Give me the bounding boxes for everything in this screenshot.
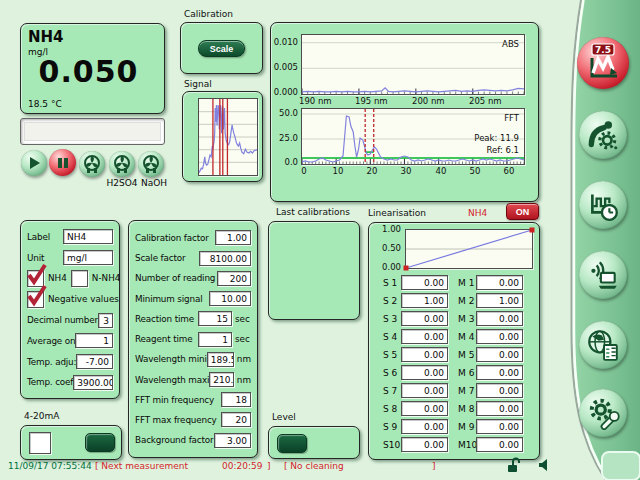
pump-h2so4-button[interactable] bbox=[109, 151, 135, 177]
s-label: S 1 bbox=[383, 278, 401, 288]
negative-values-row: Negative values bbox=[27, 291, 113, 307]
decimal-number-label: Decimal number bbox=[27, 315, 98, 325]
background-factor-field[interactable]: 3.00 bbox=[214, 433, 252, 448]
m-field[interactable]: 0.00 bbox=[476, 347, 523, 362]
operator-gear-icon bbox=[586, 118, 620, 152]
m-field[interactable]: 0.00 bbox=[476, 311, 523, 326]
average-on-field[interactable]: 1 bbox=[75, 333, 113, 348]
fft-max-frequency-field[interactable]: 20 bbox=[221, 412, 251, 427]
measurement-home-button[interactable]: 7.5 bbox=[577, 37, 629, 89]
s-label: S 6 bbox=[383, 368, 401, 378]
m-label: M 7 bbox=[458, 386, 476, 396]
m-label: M 2 bbox=[458, 296, 476, 306]
temp-adjust-label: Temp. adju: bbox=[27, 357, 76, 367]
scale-button[interactable]: Scale bbox=[198, 40, 245, 57]
analog-output-checkbox[interactable] bbox=[29, 432, 51, 454]
reagent-time-field[interactable]: 1 bbox=[198, 332, 232, 347]
svg-text:7.5: 7.5 bbox=[595, 45, 611, 55]
communication-button[interactable] bbox=[579, 251, 627, 299]
linearisation-row: S 60.00M 60.00 bbox=[383, 365, 539, 380]
fft-min-frequency-field[interactable]: 18 bbox=[221, 392, 251, 407]
m-field[interactable]: 0.00 bbox=[476, 329, 523, 344]
m-field[interactable]: 0.00 bbox=[476, 275, 523, 290]
fft-xtick: 60 bbox=[497, 166, 521, 176]
analog-output-indicator-button[interactable] bbox=[85, 433, 115, 452]
m-field[interactable]: 1.00 bbox=[476, 293, 523, 308]
reaction-time-unit: sec bbox=[235, 314, 251, 324]
signal-chart bbox=[198, 98, 258, 176]
calibration-factor-field[interactable]: 1.00 bbox=[215, 230, 251, 245]
s-field[interactable]: 1.00 bbox=[401, 293, 448, 308]
linearisation-row: S 80.00M 80.00 bbox=[383, 401, 539, 416]
number-of-reading-field[interactable]: 200 bbox=[217, 271, 251, 286]
decimal-number-field[interactable]: 3 bbox=[98, 313, 113, 328]
s-field[interactable]: 0.00 bbox=[401, 311, 448, 326]
calibration-section-label: Calibration bbox=[184, 9, 233, 19]
pump-sample-button[interactable] bbox=[79, 151, 105, 177]
s-field[interactable]: 0.00 bbox=[401, 401, 448, 416]
last-calibrations-panel bbox=[268, 221, 360, 320]
unlocked-icon[interactable] bbox=[505, 456, 521, 473]
label-row: Label NH4 bbox=[27, 229, 113, 245]
settings-button[interactable] bbox=[579, 389, 627, 437]
reagent-time-row: Reagent time1sec bbox=[135, 331, 251, 347]
s-field[interactable]: 0.00 bbox=[401, 365, 448, 380]
linearisation-table: S 10.00M 10.00 S 21.00M 21.00 S 30.00M 3… bbox=[369, 275, 539, 455]
s-field[interactable]: 0.00 bbox=[401, 347, 448, 362]
m-field[interactable]: 0.00 bbox=[476, 365, 523, 380]
s-field[interactable]: 0.00 bbox=[401, 329, 448, 344]
linearisation-panel: 1.00 0.50 0.00 S 10.00M 10.00 S 21.00M 2… bbox=[368, 222, 540, 460]
speaker-icon[interactable] bbox=[537, 458, 551, 472]
m-field[interactable]: 0.00 bbox=[476, 383, 523, 398]
m-field[interactable]: 0.00 bbox=[476, 401, 523, 416]
linearisation-row: S 40.00M 40.00 bbox=[383, 329, 539, 344]
m-field[interactable]: 0.00 bbox=[476, 419, 523, 434]
temp-adjust-field[interactable]: -7.00 bbox=[76, 354, 113, 369]
wavelength-mini-row: Wavelength mini189.50nm bbox=[135, 351, 251, 367]
negative-values-label: Negative values bbox=[48, 294, 119, 304]
next-measurement-label: [ Next measurement bbox=[95, 461, 188, 471]
gear-wrench-icon bbox=[585, 395, 621, 431]
last-calibrations-label: Last calibrations bbox=[276, 207, 350, 217]
wavelength-mini-field[interactable]: 189.50 bbox=[207, 352, 234, 367]
unit-field[interactable]: mg/l bbox=[63, 250, 113, 265]
remote-data-button[interactable] bbox=[579, 321, 627, 369]
m-label: M 1 bbox=[458, 278, 476, 288]
linearisation-row: S 21.00M 21.00 bbox=[383, 293, 539, 308]
red-check-icon bbox=[26, 263, 48, 285]
scheduler-button[interactable] bbox=[579, 181, 627, 229]
parameter-form-panel: Label NH4 Unit mg/l NH4 N-NH4 Negative v… bbox=[20, 220, 120, 399]
wavelength-maxi-field[interactable]: 210.00 bbox=[209, 372, 234, 387]
linearisation-on-button[interactable]: ON bbox=[506, 203, 539, 220]
s-field[interactable]: 0.00 bbox=[401, 437, 448, 452]
pump-naoh-button[interactable] bbox=[138, 151, 164, 177]
minimum-signal-field[interactable]: 10.00 bbox=[209, 291, 251, 306]
measurement-progress-bar bbox=[20, 118, 165, 145]
wavelength-maxi-unit: nm bbox=[237, 375, 251, 385]
n-nh4-checkbox[interactable] bbox=[71, 270, 88, 287]
play-button[interactable] bbox=[21, 150, 47, 176]
m-field[interactable]: 0.00 bbox=[476, 437, 523, 452]
temp-coef-field[interactable]: 3900.00 bbox=[73, 375, 113, 390]
fft-xtick: 40 bbox=[429, 166, 453, 176]
globe-checklist-icon bbox=[586, 328, 620, 362]
negative-values-checkbox[interactable] bbox=[27, 291, 44, 308]
fft-xtick: 50 bbox=[463, 166, 487, 176]
s-field[interactable]: 0.00 bbox=[401, 383, 448, 398]
fft-ytick: 50.0 bbox=[272, 108, 298, 118]
maintenance-button[interactable] bbox=[579, 111, 627, 159]
number-of-reading-label: Number of reading bbox=[135, 273, 217, 283]
m-label: M 6 bbox=[458, 368, 476, 378]
nh4-checkbox-label: NH4 bbox=[48, 273, 67, 283]
label-field[interactable]: NH4 bbox=[63, 229, 113, 244]
fft-ref-readout: Ref: 6.1 bbox=[419, 145, 519, 155]
level-indicator-button[interactable] bbox=[277, 434, 307, 453]
no-cleaning-label: [ No cleaning bbox=[284, 461, 344, 471]
s-field[interactable]: 0.00 bbox=[401, 275, 448, 290]
pause-button[interactable] bbox=[49, 149, 76, 176]
reaction-time-field[interactable]: 15 bbox=[198, 311, 232, 326]
s-field[interactable]: 0.00 bbox=[401, 419, 448, 434]
scale-factor-field[interactable]: 8100.00 bbox=[199, 251, 251, 266]
s-label: S 2 bbox=[383, 296, 401, 306]
scale-factor-label: Scale factor bbox=[135, 253, 199, 263]
